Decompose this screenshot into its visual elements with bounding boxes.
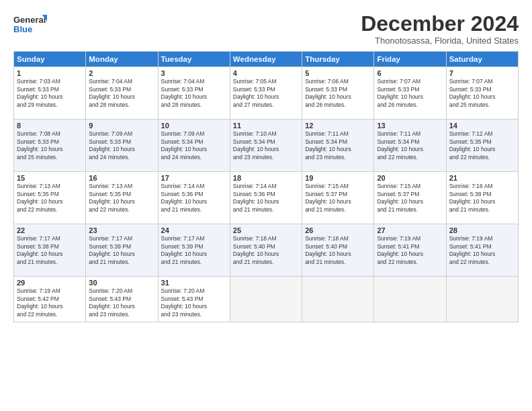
location: Thonotosassa, Florida, United States <box>361 36 519 46</box>
cell-info: Sunrise: 7:19 AM Sunset: 5:41 PM Dayligh… <box>377 235 443 266</box>
cell-info: Sunrise: 7:03 AM Sunset: 5:33 PM Dayligh… <box>17 78 83 109</box>
calendar-cell: 24Sunrise: 7:17 AM Sunset: 5:39 PM Dayli… <box>158 224 230 277</box>
day-number: 9 <box>89 122 154 130</box>
day-number: 17 <box>161 174 227 182</box>
calendar-table: SundayMondayTuesdayWednesdayThursdayFrid… <box>13 51 519 322</box>
day-number: 1 <box>17 69 83 77</box>
day-number: 5 <box>305 69 371 77</box>
day-number: 25 <box>233 226 299 234</box>
cell-info: Sunrise: 7:18 AM Sunset: 5:40 PM Dayligh… <box>305 235 371 266</box>
day-number: 20 <box>377 174 443 182</box>
cell-info: Sunrise: 7:17 AM Sunset: 5:39 PM Dayligh… <box>161 235 227 266</box>
day-number: 30 <box>89 279 154 287</box>
day-number: 7 <box>449 69 515 77</box>
month-title: December 2024 <box>361 12 519 36</box>
cell-info: Sunrise: 7:14 AM Sunset: 5:36 PM Dayligh… <box>233 183 299 214</box>
calendar-cell: 25Sunrise: 7:18 AM Sunset: 5:40 PM Dayli… <box>230 224 302 277</box>
calendar-cell: 28Sunrise: 7:19 AM Sunset: 5:41 PM Dayli… <box>446 224 518 277</box>
cell-info: Sunrise: 7:12 AM Sunset: 5:35 PM Dayligh… <box>449 130 515 161</box>
day-number: 22 <box>17 226 83 234</box>
calendar-cell: 4Sunrise: 7:05 AM Sunset: 5:33 PM Daylig… <box>230 67 302 120</box>
cell-info: Sunrise: 7:07 AM Sunset: 5:33 PM Dayligh… <box>377 78 443 109</box>
calendar-cell: 21Sunrise: 7:16 AM Sunset: 5:38 PM Dayli… <box>446 172 518 224</box>
cell-info: Sunrise: 7:08 AM Sunset: 5:33 PM Dayligh… <box>17 130 83 161</box>
day-number: 26 <box>305 226 371 234</box>
calendar-cell: 3Sunrise: 7:04 AM Sunset: 5:33 PM Daylig… <box>158 67 230 120</box>
cell-info: Sunrise: 7:13 AM Sunset: 5:35 PM Dayligh… <box>89 183 154 214</box>
cell-info: Sunrise: 7:04 AM Sunset: 5:33 PM Dayligh… <box>89 78 154 109</box>
cell-info: Sunrise: 7:19 AM Sunset: 5:41 PM Dayligh… <box>449 235 515 266</box>
day-number: 19 <box>305 174 371 182</box>
cell-info: Sunrise: 7:05 AM Sunset: 5:33 PM Dayligh… <box>233 78 299 109</box>
calendar-cell: 27Sunrise: 7:19 AM Sunset: 5:41 PM Dayli… <box>374 224 446 277</box>
cell-info: Sunrise: 7:10 AM Sunset: 5:34 PM Dayligh… <box>233 130 299 161</box>
calendar-cell: 6Sunrise: 7:07 AM Sunset: 5:33 PM Daylig… <box>374 67 446 120</box>
calendar-week-row: 1Sunrise: 7:03 AM Sunset: 5:33 PM Daylig… <box>14 67 519 120</box>
cell-info: Sunrise: 7:09 AM Sunset: 5:34 PM Dayligh… <box>161 130 227 161</box>
cell-info: Sunrise: 7:18 AM Sunset: 5:40 PM Dayligh… <box>233 235 299 266</box>
calendar-cell: 16Sunrise: 7:13 AM Sunset: 5:35 PM Dayli… <box>86 172 158 224</box>
calendar-cell: 9Sunrise: 7:09 AM Sunset: 5:33 PM Daylig… <box>86 120 158 172</box>
cell-info: Sunrise: 7:17 AM Sunset: 5:39 PM Dayligh… <box>89 235 154 266</box>
title-block: December 2024 Thonotosassa, Florida, Uni… <box>361 12 519 46</box>
calendar-cell: 2Sunrise: 7:04 AM Sunset: 5:33 PM Daylig… <box>86 67 158 120</box>
calendar-week-row: 29Sunrise: 7:19 AM Sunset: 5:42 PM Dayli… <box>14 277 519 322</box>
day-number: 6 <box>377 69 443 77</box>
calendar-cell: 23Sunrise: 7:17 AM Sunset: 5:39 PM Dayli… <box>86 224 158 277</box>
day-number: 28 <box>449 226 515 234</box>
col-header-saturday: Saturday <box>446 52 518 67</box>
cell-info: Sunrise: 7:13 AM Sunset: 5:35 PM Dayligh… <box>17 183 83 214</box>
day-number: 4 <box>233 69 299 77</box>
calendar-cell: 10Sunrise: 7:09 AM Sunset: 5:34 PM Dayli… <box>158 120 230 172</box>
day-number: 15 <box>17 174 83 182</box>
calendar-cell: 14Sunrise: 7:12 AM Sunset: 5:35 PM Dayli… <box>446 120 518 172</box>
day-number: 18 <box>233 174 299 182</box>
calendar-cell: 13Sunrise: 7:11 AM Sunset: 5:34 PM Dayli… <box>374 120 446 172</box>
cell-info: Sunrise: 7:15 AM Sunset: 5:37 PM Dayligh… <box>377 183 443 214</box>
calendar-cell: 30Sunrise: 7:20 AM Sunset: 5:43 PM Dayli… <box>86 277 158 322</box>
day-number: 2 <box>89 69 154 77</box>
day-number: 10 <box>161 122 227 130</box>
calendar-cell: 22Sunrise: 7:17 AM Sunset: 5:38 PM Dayli… <box>14 224 86 277</box>
calendar-cell: 15Sunrise: 7:13 AM Sunset: 5:35 PM Dayli… <box>14 172 86 224</box>
calendar-cell: 11Sunrise: 7:10 AM Sunset: 5:34 PM Dayli… <box>230 120 302 172</box>
calendar-cell <box>374 277 446 322</box>
day-number: 8 <box>17 122 83 130</box>
calendar-cell: 31Sunrise: 7:20 AM Sunset: 5:43 PM Dayli… <box>158 277 230 322</box>
calendar-week-row: 22Sunrise: 7:17 AM Sunset: 5:38 PM Dayli… <box>14 224 519 277</box>
calendar-cell: 5Sunrise: 7:06 AM Sunset: 5:33 PM Daylig… <box>302 67 374 120</box>
cell-info: Sunrise: 7:11 AM Sunset: 5:34 PM Dayligh… <box>305 130 371 161</box>
cell-info: Sunrise: 7:17 AM Sunset: 5:38 PM Dayligh… <box>17 235 83 266</box>
cell-info: Sunrise: 7:19 AM Sunset: 5:42 PM Dayligh… <box>17 287 83 318</box>
cell-info: Sunrise: 7:07 AM Sunset: 5:33 PM Dayligh… <box>449 78 515 109</box>
day-number: 31 <box>161 279 227 287</box>
cell-info: Sunrise: 7:06 AM Sunset: 5:33 PM Dayligh… <box>305 78 371 109</box>
calendar-cell <box>302 277 374 322</box>
calendar-cell: 29Sunrise: 7:19 AM Sunset: 5:42 PM Dayli… <box>14 277 86 322</box>
calendar-cell: 18Sunrise: 7:14 AM Sunset: 5:36 PM Dayli… <box>230 172 302 224</box>
day-number: 3 <box>161 69 227 77</box>
calendar-cell: 26Sunrise: 7:18 AM Sunset: 5:40 PM Dayli… <box>302 224 374 277</box>
svg-text:General: General <box>13 15 46 25</box>
col-header-wednesday: Wednesday <box>230 52 302 67</box>
cell-info: Sunrise: 7:20 AM Sunset: 5:43 PM Dayligh… <box>89 287 154 318</box>
day-number: 14 <box>449 122 515 130</box>
col-header-friday: Friday <box>374 52 446 67</box>
page: General Blue December 2024 Thonotosassa,… <box>0 0 532 411</box>
cell-info: Sunrise: 7:14 AM Sunset: 5:36 PM Dayligh… <box>161 183 227 214</box>
col-header-tuesday: Tuesday <box>158 52 230 67</box>
day-number: 13 <box>377 122 443 130</box>
col-header-monday: Monday <box>86 52 158 67</box>
day-number: 16 <box>89 174 154 182</box>
calendar-cell: 19Sunrise: 7:15 AM Sunset: 5:37 PM Dayli… <box>302 172 374 224</box>
svg-text:Blue: Blue <box>13 24 32 34</box>
calendar-cell: 12Sunrise: 7:11 AM Sunset: 5:34 PM Dayli… <box>302 120 374 172</box>
day-number: 27 <box>377 226 443 234</box>
calendar-week-row: 8Sunrise: 7:08 AM Sunset: 5:33 PM Daylig… <box>14 120 519 172</box>
cell-info: Sunrise: 7:11 AM Sunset: 5:34 PM Dayligh… <box>377 130 443 161</box>
cell-info: Sunrise: 7:04 AM Sunset: 5:33 PM Dayligh… <box>161 78 227 109</box>
calendar-cell: 8Sunrise: 7:08 AM Sunset: 5:33 PM Daylig… <box>14 120 86 172</box>
cell-info: Sunrise: 7:09 AM Sunset: 5:33 PM Dayligh… <box>89 130 154 161</box>
logo: General Blue <box>13 12 47 36</box>
cell-info: Sunrise: 7:16 AM Sunset: 5:38 PM Dayligh… <box>449 183 515 214</box>
